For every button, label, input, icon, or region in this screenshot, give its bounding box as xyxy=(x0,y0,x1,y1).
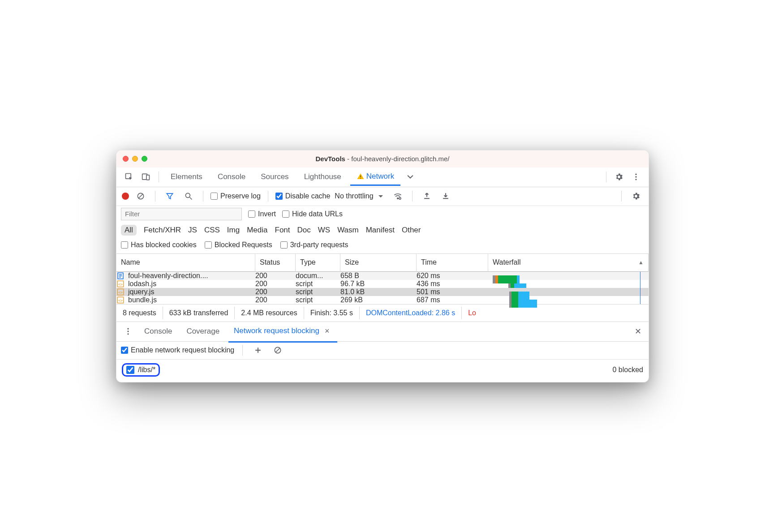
network-table: Name Status Type Size Time Waterfall▲ fo… xyxy=(116,254,649,304)
window-title: DevTools - foul-heavenly-direction.glitc… xyxy=(315,155,449,163)
drawer-menu-icon[interactable] xyxy=(121,324,135,339)
kebab-menu-icon[interactable] xyxy=(629,170,643,184)
chevron-right-icon[interactable] xyxy=(417,170,432,184)
devtools-window: DevTools - foul-heavenly-direction.glitc… xyxy=(116,150,649,382)
summary-finish: Finish: 3.55 s xyxy=(304,307,360,319)
clear-patterns-icon[interactable] xyxy=(271,343,285,357)
third-party-checkbox[interactable]: 3rd-party requests xyxy=(280,241,348,249)
svg-point-26 xyxy=(127,328,129,330)
col-name[interactable]: Name xyxy=(116,254,255,272)
close-icon[interactable] xyxy=(123,156,129,162)
record-icon[interactable] xyxy=(122,193,129,200)
summary-bar: 8 requests 633 kB transferred 2.4 MB res… xyxy=(116,304,649,322)
more-tabs-icon[interactable] xyxy=(403,170,417,184)
type-filter-js[interactable]: JS xyxy=(188,226,197,235)
blocked-requests-checkbox[interactable]: Blocked Requests xyxy=(205,241,272,249)
filter-input[interactable] xyxy=(121,208,242,220)
svg-line-32 xyxy=(275,348,280,352)
network-toolbar: Preserve log Disable cache No throttling xyxy=(116,187,649,206)
network-settings-icon[interactable] xyxy=(629,189,643,203)
enable-blocking-checkbox[interactable]: Enable network request blocking xyxy=(121,346,234,354)
export-har-icon[interactable] xyxy=(438,189,453,203)
svg-point-27 xyxy=(127,330,129,332)
panel-tabs: Elements Console Sources Lighthouse Netw… xyxy=(116,167,649,187)
col-status[interactable]: Status xyxy=(255,254,296,272)
preserve-log-checkbox[interactable]: Preserve log xyxy=(211,192,261,200)
svg-point-12 xyxy=(397,198,398,199)
minimize-icon[interactable] xyxy=(132,156,138,162)
col-type[interactable]: Type xyxy=(296,254,340,272)
svg-rect-15 xyxy=(443,198,448,199)
drawer-tab-blocking[interactable]: Network request blocking × xyxy=(228,321,337,343)
col-time[interactable]: Time xyxy=(417,254,488,272)
close-drawer-icon[interactable]: ✕ xyxy=(632,325,644,338)
svg-point-7 xyxy=(635,179,636,180)
clear-icon[interactable] xyxy=(133,189,148,203)
tab-network[interactable]: Network xyxy=(350,168,400,186)
type-filter-row: All Fetch/XHR JS CSS Img Media Font Doc … xyxy=(116,222,649,238)
type-filter-other[interactable]: Other xyxy=(402,226,421,235)
svg-point-10 xyxy=(185,193,190,197)
drawer-tabs: Console Coverage Network request blockin… xyxy=(116,322,649,342)
inspect-element-icon[interactable] xyxy=(122,170,136,184)
filter-row: Invert Hide data URLs xyxy=(116,206,649,222)
type-filter-ws[interactable]: WS xyxy=(318,226,330,235)
pattern-checkbox[interactable] xyxy=(126,366,134,374)
throttling-dropdown[interactable]: No throttling xyxy=(335,191,386,202)
svg-rect-2 xyxy=(146,175,150,180)
hide-data-urls-checkbox[interactable]: Hide data URLs xyxy=(282,210,343,218)
network-conditions-icon[interactable] xyxy=(391,189,405,203)
type-filter-fetchxhr[interactable]: Fetch/XHR xyxy=(144,226,181,235)
pattern-entry[interactable]: /libs/* xyxy=(122,363,160,377)
chevron-down-icon xyxy=(375,191,386,202)
invert-checkbox[interactable]: Invert xyxy=(248,210,276,218)
summary-dcl: DOMContentLoaded: 2.86 s xyxy=(360,307,462,319)
type-filter-img[interactable]: Img xyxy=(227,226,240,235)
blocked-count: 0 blocked xyxy=(613,366,644,374)
import-har-icon[interactable] xyxy=(420,189,434,203)
svg-line-9 xyxy=(138,194,143,198)
pattern-text: /libs/* xyxy=(138,366,155,374)
summary-resources: 2.4 MB resources xyxy=(235,307,304,319)
traffic-lights xyxy=(123,156,147,162)
svg-point-13 xyxy=(399,197,401,199)
type-filter-all[interactable]: All xyxy=(121,225,137,236)
svg-point-5 xyxy=(635,174,636,175)
type-filter-manifest[interactable]: Manifest xyxy=(366,226,395,235)
svg-rect-3 xyxy=(360,176,361,177)
summary-transferred: 633 kB transferred xyxy=(163,307,235,319)
tab-lighthouse[interactable]: Lighthouse xyxy=(298,169,348,185)
has-blocked-cookies-checkbox[interactable]: Has blocked cookies xyxy=(121,241,197,249)
col-waterfall[interactable]: Waterfall▲ xyxy=(488,254,649,272)
type-filter-media[interactable]: Media xyxy=(247,226,267,235)
blocking-toolbar: Enable network request blocking xyxy=(116,342,649,360)
svg-point-6 xyxy=(635,176,636,177)
type-filter-css[interactable]: CSS xyxy=(204,226,220,235)
summary-load: Lo xyxy=(462,307,480,319)
warning-icon xyxy=(357,172,365,180)
tab-elements[interactable]: Elements xyxy=(164,169,209,185)
device-toolbar-icon[interactable] xyxy=(139,170,153,184)
close-tab-icon[interactable]: × xyxy=(322,325,332,338)
add-pattern-icon[interactable] xyxy=(251,343,265,357)
svg-rect-4 xyxy=(360,178,361,179)
tab-console[interactable]: Console xyxy=(211,169,252,185)
zoom-icon[interactable] xyxy=(142,156,147,162)
tab-sources[interactable]: Sources xyxy=(254,169,295,185)
type-filter-font[interactable]: Font xyxy=(275,226,290,235)
type-filter-doc[interactable]: Doc xyxy=(297,226,311,235)
blocking-pattern-row: /libs/* 0 blocked xyxy=(116,360,649,382)
drawer-tab-console[interactable]: Console xyxy=(139,323,177,339)
filter-icon[interactable] xyxy=(163,189,177,203)
titlebar: DevTools - foul-heavenly-direction.glitc… xyxy=(116,150,649,167)
drawer-tab-coverage[interactable]: Coverage xyxy=(181,323,225,339)
settings-icon[interactable] xyxy=(612,170,626,184)
col-size[interactable]: Size xyxy=(340,254,417,272)
disable-cache-checkbox[interactable]: Disable cache xyxy=(275,192,331,200)
type-filter-wasm[interactable]: Wasm xyxy=(337,226,359,235)
svg-rect-14 xyxy=(424,198,430,199)
additional-filters: Has blocked cookies Blocked Requests 3rd… xyxy=(116,238,649,254)
svg-point-28 xyxy=(127,333,129,335)
search-icon[interactable] xyxy=(181,189,196,203)
sort-asc-icon: ▲ xyxy=(638,259,644,266)
